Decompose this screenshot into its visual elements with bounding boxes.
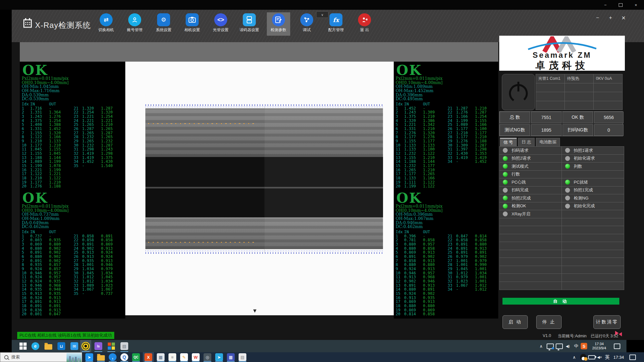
app-close-icon[interactable]: ✕ bbox=[619, 14, 628, 21]
toolbar-item-detect-params[interactable]: 检测参数 bbox=[267, 12, 290, 36]
measure-row: 35-0.737 bbox=[74, 291, 120, 296]
indicator-label: 拍照2完成 bbox=[512, 195, 531, 201]
measure-row: 30.8800.957 bbox=[396, 242, 442, 246]
toolbar-label: 读码器设置 bbox=[238, 27, 261, 33]
measure-row: 331.4191.375 bbox=[74, 155, 120, 160]
app-minimize-icon[interactable]: − bbox=[593, 14, 602, 21]
outer-tray-clock[interactable]: 17:34 bbox=[612, 352, 626, 362]
toolbar-item-system-settings[interactable]: ⚙ 系统设置 bbox=[152, 12, 175, 36]
remote-desktop-icon[interactable] bbox=[546, 340, 554, 352]
measurement-panel-right-top: OKPxl2mm=0.011mm/pixOH[0.10mm~4.00mm]OH-… bbox=[394, 62, 498, 190]
purple-app-icon[interactable]: ls bbox=[93, 340, 104, 352]
outer-ime-indicator[interactable]: 英 bbox=[603, 352, 612, 362]
measure-row: 210.8580.891 bbox=[74, 234, 120, 238]
mail-icon[interactable]: ✉ bbox=[69, 340, 80, 352]
measure-row: 271.2101.177 bbox=[448, 131, 494, 135]
toolbar-item-tube-settings[interactable]: <> 光管设置 bbox=[209, 12, 232, 36]
stop-button[interactable]: 停 止 bbox=[536, 315, 562, 329]
measure-row: 90.9240.857 bbox=[22, 267, 68, 271]
stat-testng-label: 测试NG数 bbox=[500, 124, 530, 136]
speaker-icon[interactable]: ◀) bbox=[564, 340, 572, 352]
toolbar-item-reader-settings[interactable]: 读码器设置 bbox=[238, 12, 261, 36]
tiles-app-icon[interactable] bbox=[106, 340, 117, 352]
measure-row: 261.2871.265 bbox=[74, 127, 120, 131]
note-pencil-app-icon[interactable]: ✎ bbox=[179, 352, 190, 362]
orange-dash-row-top bbox=[148, 123, 255, 124]
store-icon[interactable]: ⊔ bbox=[56, 340, 67, 352]
tray-clock[interactable]: 17:342023/9/4 bbox=[589, 340, 610, 352]
bird-app-icon[interactable]: ➤ bbox=[84, 352, 95, 362]
qc-app-icon[interactable]: QC bbox=[130, 352, 142, 362]
indicator-label: 扫码完成 bbox=[512, 187, 528, 193]
grid-app-icon[interactable]: ▦ bbox=[225, 352, 236, 362]
outer-maximize-icon[interactable] bbox=[616, 2, 625, 8]
toolbar-item-camera-settings[interactable]: 相机设置 bbox=[180, 12, 204, 36]
qq-icon[interactable] bbox=[579, 352, 588, 362]
xray-app-icon[interactable] bbox=[80, 340, 91, 352]
indicator-row: XRay开启 bbox=[500, 210, 624, 218]
outer-minimize-icon[interactable]: − bbox=[601, 2, 610, 8]
folder-app-icon[interactable] bbox=[95, 352, 106, 362]
tube-cell bbox=[536, 83, 565, 92]
start-button[interactable]: 启 动 bbox=[502, 315, 528, 329]
tab-item[interactable]: 电池数据 bbox=[536, 138, 560, 146]
measure-row: 341.4521.430 bbox=[74, 159, 120, 163]
orange-active-app-icon[interactable]: X bbox=[143, 352, 154, 362]
indicator-dot bbox=[565, 156, 570, 161]
app-title: X-Ray检测系统 bbox=[35, 20, 91, 30]
notification-icon[interactable] bbox=[613, 340, 621, 352]
running-app-underline bbox=[82, 351, 90, 352]
measurement-column-left: OKPxl2mm=0.011mm/pixOH[0.10mm~4.00mm]OH-… bbox=[20, 62, 125, 319]
power-button[interactable] bbox=[502, 74, 535, 110]
tab-active[interactable]: 信 号 bbox=[500, 138, 517, 146]
bird2-app-icon[interactable]: ➤ bbox=[214, 352, 225, 362]
toolbar-item-exit[interactable]: 退 出 bbox=[353, 12, 376, 36]
monitor-chart-app-icon[interactable]: ▦ bbox=[155, 352, 166, 362]
camera-stitch-seam bbox=[264, 106, 383, 253]
speaker-muted-icon[interactable]: ◀× bbox=[595, 352, 604, 362]
battery-icon[interactable] bbox=[588, 352, 596, 362]
search-app-icon[interactable]: ◎ bbox=[202, 352, 213, 362]
power-icon bbox=[507, 80, 530, 104]
clear-count-button[interactable]: 计数清零 bbox=[593, 315, 621, 329]
indicator-cell: 扫码请求 bbox=[500, 147, 562, 154]
ime-indicator[interactable]: 中 bbox=[572, 340, 580, 352]
panel-col-a: 10.737-20.8030.93530.8690.88040.8800.902… bbox=[22, 234, 68, 316]
notepad-app-icon[interactable]: ≡ bbox=[167, 352, 178, 362]
wps-app-icon[interactable]: W bbox=[190, 352, 201, 362]
q-browser-icon[interactable]: Q bbox=[119, 352, 130, 362]
toolbar-item-debug[interactable]: 调试 bbox=[295, 12, 318, 36]
indicator-cell bbox=[500, 226, 562, 234]
edge-browser-icon[interactable]: e bbox=[30, 340, 41, 352]
outer-notification-icon[interactable] bbox=[628, 352, 637, 362]
measure-row: 20.7810.858 bbox=[396, 238, 442, 242]
taskbar-search-input[interactable]: 搜索 bbox=[0, 352, 82, 362]
outer-tray-chevron-icon[interactable]: ∧ bbox=[570, 352, 578, 362]
toolbar-item-switch-camera[interactable]: ⇄ 切换相机 bbox=[94, 12, 118, 36]
gray-doc-app-icon[interactable]: ▤ bbox=[119, 340, 130, 352]
measure-row: 20.8030.935 bbox=[22, 238, 68, 242]
panel-table: IdxINOUT10.396-20.7810.85830.8800.95740.… bbox=[396, 230, 496, 234]
stat-total-value: 7551 bbox=[531, 112, 562, 123]
panel-header: Pxl2mm=0.011mm/pixOH[0.10mm~4.00mm]OH-Mi… bbox=[396, 204, 442, 229]
outer-close-icon[interactable]: × bbox=[631, 2, 641, 8]
measure-row: 60.8800.902 bbox=[22, 254, 68, 259]
tray-chevron-icon[interactable]: ∧ bbox=[537, 340, 545, 352]
toolbar-collapse-chevron-icon[interactable]: ∨ bbox=[316, 11, 328, 18]
tab-item[interactable]: 日 志 bbox=[518, 138, 535, 146]
auto-mode-bar[interactable]: 自 动 bbox=[502, 298, 619, 305]
tube-cell bbox=[536, 92, 565, 101]
measure-row: 70.8910.902 bbox=[22, 259, 68, 263]
file-explorer-icon[interactable] bbox=[43, 340, 54, 352]
sogou-icon[interactable]: S bbox=[580, 340, 588, 352]
news-weather-graphic[interactable] bbox=[67, 353, 81, 362]
indicator-label: 测试模式 bbox=[512, 163, 528, 169]
start-button[interactable] bbox=[18, 340, 29, 352]
toolbar-item-account[interactable]: 账号管理 bbox=[123, 12, 146, 36]
comma-app-icon[interactable]: , bbox=[107, 352, 118, 362]
measure-row: 331.4191.419 bbox=[448, 155, 494, 160]
app-expand-icon[interactable]: + bbox=[606, 14, 615, 21]
measure-row: 221.2541.320 bbox=[74, 110, 120, 114]
network-display-icon[interactable] bbox=[555, 340, 564, 352]
doc-app-icon[interactable]: ▤ bbox=[237, 352, 248, 362]
